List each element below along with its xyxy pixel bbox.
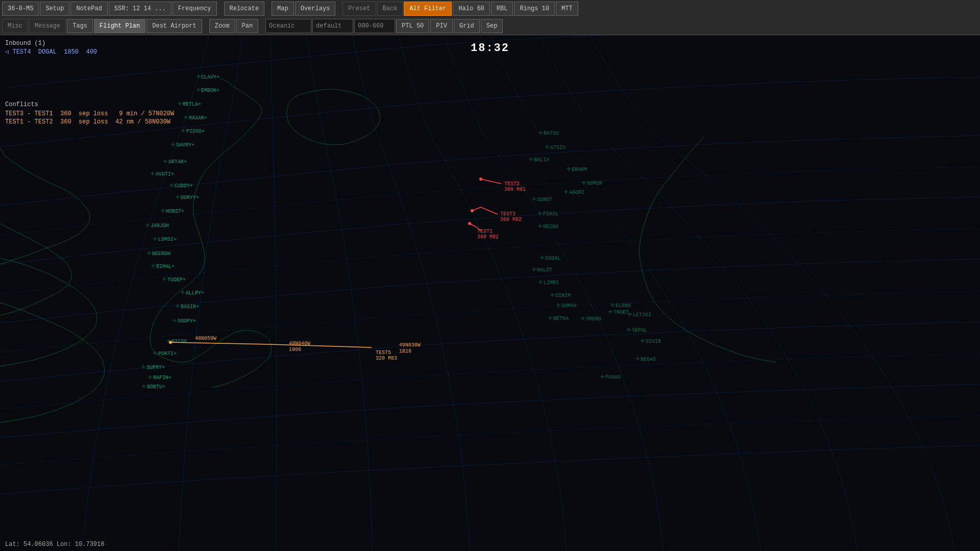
range-input[interactable] [354, 19, 395, 33]
clock: 18:32 [471, 42, 509, 55]
svg-text:MAXAR+: MAXAR+ [189, 115, 207, 121]
svg-text:RETLA+: RETLA+ [183, 102, 201, 107]
setup-btn[interactable]: Setup [40, 2, 69, 16]
svg-text:SEPAL: SEPAL [632, 328, 647, 333]
notepad-btn[interactable]: NotePad [70, 2, 107, 16]
svg-text:BEGAS: BEGAS [641, 357, 656, 362]
svg-text:BOBTU+: BOBTU+ [147, 384, 165, 390]
toolbar-row-2: Misc Message Tags Flight Plan Dest Airpo… [0, 17, 980, 35]
svg-text:TEST5: TEST5 [376, 350, 391, 356]
svg-text:SUPRY+: SUPRY+ [146, 365, 165, 370]
message-btn[interactable]: Message [29, 19, 66, 33]
app-title-btn[interactable]: 36-0-MS [2, 2, 39, 16]
svg-text:DOGAL: DOGAL [545, 256, 560, 261]
pan-btn[interactable]: Pan [236, 19, 259, 33]
tags-btn[interactable]: Tags [67, 19, 93, 33]
svg-point-145 [471, 209, 474, 212]
flight-plan-btn[interactable]: Flight Plan [94, 19, 145, 33]
frequency-btn[interactable]: Frequency [173, 2, 217, 16]
rbl-btn[interactable]: RBL [491, 2, 513, 16]
svg-text:ELRNO: ELRNO [616, 303, 631, 309]
sep-btn[interactable]: Sep [481, 19, 503, 33]
back-btn[interactable]: Back [377, 2, 403, 16]
svg-text:LOMSI+: LOMSI+ [158, 237, 177, 242]
svg-text:BETKA: BETKA [553, 316, 569, 321]
svg-text:RATSU: RATSU [544, 131, 559, 136]
conflicts-panel: Conflicts TEST3 - TEST1 360 sep loss 9 m… [5, 101, 174, 127]
ssr-btn[interactable]: SSR: 12 14 ... [109, 2, 172, 16]
svg-text:URTAK+: URTAK+ [168, 159, 187, 165]
svg-text:360 M82: 360 M82 [477, 234, 499, 240]
conflicts-title: Conflicts [5, 101, 174, 108]
svg-text:LIMRI: LIMRI [544, 280, 559, 286]
toolbar: 36-0-MS Setup NotePad SSR: 12 14 ... Fre… [0, 0, 980, 35]
svg-text:RESNO: RESNO [543, 224, 558, 230]
svg-text:TROET: TROET [614, 310, 629, 315]
relocate-btn[interactable]: Relocate [224, 2, 265, 16]
map-area[interactable]: 18:32 Inbound (1) ◁ TEST4 DOGAL 1850 400… [0, 35, 980, 551]
svg-text:48N050W: 48N050W [195, 336, 216, 341]
svg-text:JANJOH: JANJOH [151, 223, 169, 229]
svg-text:1906: 1906 [289, 347, 301, 353]
svg-text:PIKIL: PIKIL [543, 211, 558, 217]
svg-text:SIVIR: SIVIR [646, 339, 661, 344]
svg-text:CLAVY+: CLAVY+ [201, 74, 219, 80]
svg-text:DORYY+: DORYY+ [181, 195, 199, 201]
svg-text:CUDDY+: CUDDY+ [175, 183, 193, 189]
svg-text:TEST3: TEST3 [500, 211, 516, 217]
svg-text:SOOPY+: SOOPY+ [178, 318, 196, 324]
preset-btn[interactable]: Preset [342, 2, 376, 16]
svg-text:NEEROH: NEEROH [152, 251, 170, 257]
svg-text:AVUTI+: AVUTI+ [156, 171, 174, 177]
svg-text:SUNOT: SUNOT [537, 197, 552, 203]
coordinates-display: Lat: 54.06036 Lon: 10.73918 [5, 541, 104, 548]
svg-text:320 M83: 320 M83 [376, 356, 397, 361]
svg-text:TEST2: TEST2 [504, 181, 520, 187]
svg-text:49N040W: 49N040W [289, 341, 310, 346]
rings10-btn[interactable]: Rings 10 [514, 2, 555, 16]
svg-text:ATSIX: ATSIX [550, 145, 566, 151]
svg-text:ERAKM: ERAKM [572, 167, 587, 172]
svg-point-151 [169, 341, 172, 344]
svg-point-142 [479, 178, 482, 181]
oceanic-input[interactable] [265, 19, 311, 33]
svg-text:LETIKI: LETIKI [633, 312, 651, 318]
svg-text:BALIX: BALIX [534, 157, 549, 163]
svg-text:SOMAX: SOMAX [561, 303, 577, 309]
zoom-btn[interactable]: Zoom [209, 19, 235, 33]
svg-text:PASAS: PASAS [605, 374, 621, 380]
inbound-row-1: ◁ TEST4 DOGAL 1850 400 [5, 48, 97, 56]
default-input[interactable] [312, 19, 353, 33]
svg-text:TUDEP+: TUDEP+ [167, 277, 186, 283]
misc-btn[interactable]: Misc [2, 19, 28, 33]
svg-text:TEST1: TEST1 [477, 229, 493, 234]
conflict-row-1: TEST3 - TEST1 360 sep loss 9 min / 57N02… [5, 110, 174, 117]
svg-text:SMONO: SMONO [586, 316, 601, 322]
svg-text:1818: 1818 [399, 348, 411, 354]
mtt-btn[interactable]: MTT [556, 2, 578, 16]
overlays-btn[interactable]: Overlays [295, 2, 336, 16]
svg-text:PORTI+: PORTI+ [158, 351, 177, 357]
svg-text:RASIR+: RASIR+ [181, 304, 199, 310]
svg-text:RAFIN+: RAFIN+ [153, 375, 172, 381]
svg-text:NICSO: NICSO [172, 339, 187, 344]
svg-text:DINIM: DINIM [555, 293, 571, 298]
map-btn[interactable]: Map [272, 2, 294, 16]
svg-text:GOMUR: GOMUR [587, 181, 602, 186]
svg-text:RIMAL+: RIMAL+ [156, 264, 175, 269]
svg-text:PIDSO+: PIDSO+ [186, 129, 205, 134]
alt-filter-btn[interactable]: Alt Filter [404, 2, 452, 16]
piv-btn[interactable]: PIV [430, 19, 453, 33]
svg-text:ALLRY+: ALLRY+ [186, 290, 204, 296]
toolbar-row-1: 36-0-MS Setup NotePad SSR: 12 14 ... Fre… [0, 0, 980, 17]
svg-text:HOBST+: HOBST+ [166, 209, 184, 214]
svg-text:360 M82: 360 M82 [500, 217, 522, 222]
halo60-btn[interactable]: Halo 60 [453, 2, 489, 16]
svg-text:EMBOK+: EMBOK+ [201, 88, 219, 93]
ptl50-btn[interactable]: PTL 50 [396, 19, 429, 33]
dest-airport-btn[interactable]: Dest Airport [146, 19, 202, 33]
svg-text:MALOT: MALOT [537, 267, 552, 273]
svg-text:AGORI: AGORI [569, 190, 584, 195]
svg-text:SAVRY+: SAVRY+ [176, 142, 194, 148]
grid-btn[interactable]: Grid [454, 19, 480, 33]
